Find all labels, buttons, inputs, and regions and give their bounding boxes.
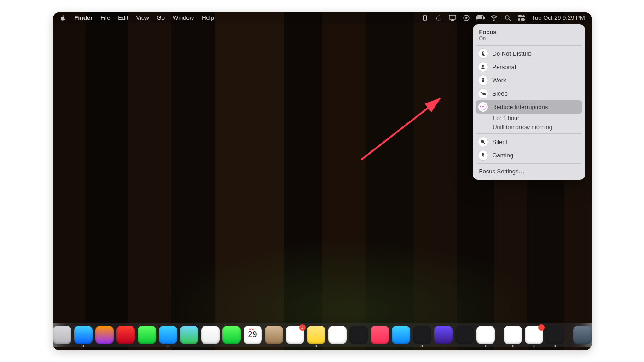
svg-rect-8 <box>518 18 520 21</box>
focus-mode-label: Personal <box>493 63 516 70</box>
svg-rect-11 <box>482 78 484 82</box>
dock-app-contacts[interactable] <box>265 326 283 344</box>
dock-app-opera[interactable] <box>116 326 135 344</box>
focus-mode-gaming[interactable]: Gaming <box>476 149 582 162</box>
person-icon <box>478 62 488 72</box>
focus-suboption-1hour[interactable]: For 1 hour <box>476 114 582 123</box>
focus-mode-work[interactable]: Work <box>476 74 582 87</box>
svg-rect-12 <box>482 79 484 80</box>
focus-mode-label: Work <box>493 77 506 84</box>
dock-app-notion[interactable] <box>476 326 495 344</box>
dock-app-downloads[interactable] <box>573 326 592 344</box>
menubar-extra-icon[interactable] <box>421 14 429 22</box>
svg-point-10 <box>482 65 484 67</box>
focus-menubar-icon[interactable] <box>435 14 442 22</box>
menu-go[interactable]: Go <box>157 14 165 21</box>
menubar: Finder File Edit View Go Window Help Tue… <box>53 12 592 23</box>
work-icon <box>478 75 488 85</box>
focus-mode-silent[interactable]: Silent <box>476 135 582 149</box>
moon-icon <box>478 49 488 58</box>
dock-app-slack[interactable] <box>525 326 543 344</box>
dock-divider <box>569 326 569 344</box>
focus-settings-link[interactable]: Focus Settings… <box>476 165 582 178</box>
bed-icon <box>478 89 488 98</box>
menu-file[interactable]: File <box>100 14 110 21</box>
menu-edit[interactable]: Edit <box>118 14 128 21</box>
focus-mode-do-not-disturb[interactable]: Do Not Disturb <box>476 47 582 60</box>
dock-app-tv[interactable] <box>349 326 368 344</box>
dock-app-obsidian[interactable] <box>434 326 453 344</box>
dock-app-maps[interactable] <box>180 326 198 344</box>
dock-app-facetime[interactable] <box>222 326 241 344</box>
battery-icon[interactable] <box>476 14 484 22</box>
focus-mode-sleep[interactable]: Sleep <box>476 87 582 100</box>
focus-mode-label: Gaming <box>493 152 514 159</box>
svg-rect-9 <box>521 18 525 21</box>
menu-window[interactable]: Window <box>173 14 194 21</box>
apple-logo-icon[interactable] <box>59 14 67 22</box>
focus-mode-personal[interactable]: Personal <box>476 60 582 74</box>
svg-point-1 <box>436 16 441 20</box>
dock-app-messages[interactable] <box>138 326 156 344</box>
macos-desktop: Finder File Edit View Go Window Help Tue… <box>53 12 592 350</box>
dock-app-firefox[interactable] <box>95 326 114 344</box>
dock-app-launchpad[interactable] <box>53 326 71 344</box>
dock-app-photos[interactable] <box>201 326 220 344</box>
focus-mode-label: Reduce Interruptions <box>493 103 548 110</box>
dock-app-terminal[interactable] <box>413 326 431 344</box>
svg-rect-0 <box>423 15 426 20</box>
focus-dropdown-panel: Focus On Do Not Disturb Personal Work Sl… <box>473 24 585 180</box>
focus-panel-title: Focus <box>479 29 579 35</box>
dock-app-calendar[interactable]: OCT29 <box>244 326 262 344</box>
dock-app-reminders[interactable]: 1 <box>286 326 304 344</box>
now-playing-icon[interactable] <box>463 14 470 22</box>
dock-app-freeform[interactable] <box>328 326 347 344</box>
dock: OCT291 <box>53 323 592 347</box>
dock-app-figma[interactable] <box>546 326 564 344</box>
focus-mode-label: Sleep <box>493 90 508 97</box>
svg-point-4 <box>493 20 494 21</box>
focus-mode-label: Do Not Disturb <box>493 50 532 57</box>
active-app-name[interactable]: Finder <box>75 14 93 21</box>
svg-rect-7 <box>522 15 525 17</box>
focus-mode-label: Silent <box>493 138 508 145</box>
focus-mode-reduce-interruptions[interactable]: Reduce Interruptions <box>476 100 582 114</box>
focus-suboption-tomorrow[interactable]: Until tomorrow morning <box>476 123 582 132</box>
svg-rect-6 <box>518 15 522 17</box>
svg-point-5 <box>505 16 509 19</box>
menu-view[interactable]: View <box>136 14 149 21</box>
dock-app-safari[interactable] <box>74 326 93 344</box>
dock-app-iphone-mirror[interactable] <box>455 326 474 344</box>
svg-rect-2 <box>449 15 456 19</box>
menubar-datetime[interactable]: Tue Oct 29 9:29 PM <box>532 14 585 21</box>
dock-app-music[interactable] <box>371 326 389 344</box>
sparkle-icon <box>478 102 488 112</box>
dock-divider <box>499 326 499 344</box>
control-center-icon[interactable] <box>518 14 525 22</box>
spotlight-icon[interactable] <box>504 14 511 22</box>
dock-app-mail[interactable] <box>159 326 177 344</box>
dock-app-appstore[interactable] <box>392 326 410 344</box>
wifi-icon[interactable] <box>490 14 498 22</box>
rocket-icon <box>478 150 488 160</box>
screen-mirror-icon[interactable] <box>449 14 456 22</box>
dock-app-notes[interactable] <box>307 326 325 344</box>
mute-icon <box>478 137 488 147</box>
menu-help[interactable]: Help <box>202 14 214 21</box>
dock-app-chrome[interactable] <box>504 326 522 344</box>
focus-panel-status: On <box>479 35 579 41</box>
